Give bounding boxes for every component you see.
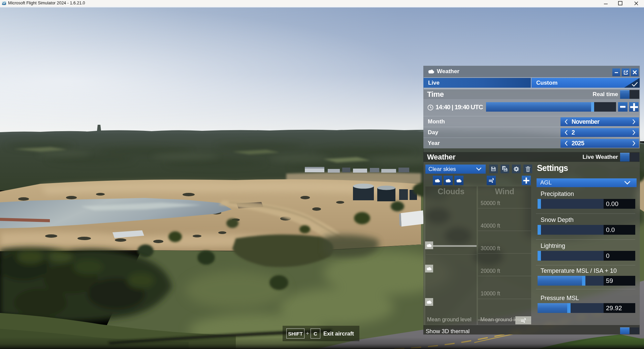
clouds-column-title: Clouds <box>425 187 477 196</box>
real-time-label: Real time <box>592 91 618 98</box>
weather-preset-row: Clear skies <box>423 165 640 174</box>
weather-preset-value: Clear skies <box>428 165 456 174</box>
slider-value-box: 0 <box>604 251 635 261</box>
snow-depth-value: 0.0 <box>606 225 615 235</box>
altitude-line <box>478 208 531 208</box>
add-wind-layer-button[interactable] <box>487 176 496 185</box>
save-icon <box>491 166 496 172</box>
tab-check-icon <box>631 82 638 87</box>
altitude-label-20000: 20000 ft <box>481 268 500 274</box>
pressure-slider[interactable]: 29.92 <box>538 303 635 313</box>
cloud-layer-2-knob[interactable] <box>425 265 433 272</box>
stepper-prev-icon[interactable] <box>565 130 568 135</box>
slider-thumb[interactable] <box>567 303 571 313</box>
month-label: Month <box>428 116 445 127</box>
stepper-next-icon[interactable] <box>632 119 636 124</box>
stepper-prev-icon[interactable] <box>565 119 568 124</box>
panel-close-button[interactable] <box>631 68 639 76</box>
panel-minimize-button[interactable] <box>612 68 620 76</box>
window-close-button[interactable] <box>631 0 641 6</box>
day-row: Day 2 <box>423 127 640 138</box>
slider-fill <box>538 303 567 313</box>
pressure-value: 29.92 <box>606 303 622 313</box>
stepper-prev-icon[interactable] <box>565 141 568 146</box>
altitude-line <box>478 253 531 254</box>
time-slider-fill <box>486 102 591 112</box>
wind-ground-marker[interactable] <box>515 316 531 324</box>
time-minus-button[interactable] <box>618 102 627 112</box>
slider-value-box: 0.00 <box>604 199 635 209</box>
month-stepper[interactable]: November <box>560 117 639 126</box>
tab-custom[interactable]: Custom <box>532 78 640 88</box>
reference-select[interactable]: AGL <box>537 178 637 187</box>
slider-thumb[interactable] <box>538 251 541 261</box>
window-maximize-button[interactable] <box>615 0 625 6</box>
clouds-grid-line <box>426 254 477 255</box>
year-label: Year <box>428 138 440 148</box>
panel-popout-icon <box>623 70 628 75</box>
precipitation-slider[interactable]: 0.00 <box>538 199 635 209</box>
minimize-icon <box>604 1 608 5</box>
delete-preset-button[interactable] <box>523 165 532 173</box>
slider-thumb[interactable] <box>538 225 541 235</box>
precipitation-value: 0.00 <box>606 199 618 209</box>
settings-separator <box>536 213 635 214</box>
settings-separator <box>536 289 635 289</box>
plus-icon <box>630 103 638 111</box>
show-3d-thermal-toggle[interactable] <box>620 327 639 334</box>
cloud-layer-icon <box>434 179 440 182</box>
plus-separator: + <box>306 330 309 337</box>
month-value: November <box>572 117 599 126</box>
snow-depth-slider[interactable]: 0.0 <box>538 225 635 235</box>
window-titlebar: Microsoft Flight Simulator 2024 - 1.6.21… <box>0 0 644 6</box>
time-plus-button[interactable] <box>629 102 639 112</box>
show-3d-thermal-toggle-knob <box>620 327 630 334</box>
slider-thumb[interactable] <box>582 276 585 286</box>
add-cloud-layer-3-button[interactable] <box>454 176 463 185</box>
time-section-body: 14:40 | 19:40 UTC Month November Day 2 <box>423 99 640 148</box>
copy-preset-button[interactable] <box>501 165 509 173</box>
altitude-line <box>478 276 531 276</box>
stepper-next-icon[interactable] <box>632 141 636 146</box>
cloud-layer-icon <box>456 179 462 182</box>
add-cloud-layer-1-button[interactable] <box>433 176 442 185</box>
wind-arrows-icon <box>520 318 526 323</box>
day-label: Day <box>428 127 438 138</box>
live-weather-toggle[interactable] <box>620 153 639 162</box>
cloud-layer-3-knob[interactable] <box>425 298 433 306</box>
settings-separator <box>536 265 635 265</box>
lightning-slider[interactable]: 0 <box>538 251 635 261</box>
stepper-next-icon[interactable] <box>632 130 636 135</box>
tab-live[interactable]: Live <box>423 78 531 88</box>
settings-separator <box>536 239 635 240</box>
add-cloud-layer-2-button[interactable] <box>444 176 453 185</box>
wind-icon <box>488 178 494 183</box>
window-minimize-button[interactable] <box>601 0 611 6</box>
altitude-line <box>478 231 531 231</box>
c-keycap: C <box>311 328 320 339</box>
panel-popout-button[interactable] <box>622 68 630 76</box>
slider-thumb[interactable] <box>538 199 541 209</box>
cloud-knob-icon <box>426 267 432 270</box>
real-time-toggle-knob <box>620 90 630 99</box>
time-slider-thumb[interactable] <box>591 102 594 112</box>
panel-header[interactable]: Weather <box>423 66 640 77</box>
year-stepper[interactable]: 2025 <box>560 139 639 148</box>
cloud-layer-1-knob[interactable] <box>425 241 433 249</box>
lightning-value: 0 <box>606 251 610 261</box>
day-stepper[interactable]: 2 <box>560 128 639 137</box>
preset-settings-button[interactable] <box>512 165 521 173</box>
weather-section-header: Weather Live Weather <box>423 152 640 162</box>
trash-icon <box>525 166 530 172</box>
month-row: Month November <box>423 116 640 127</box>
save-preset-button[interactable] <box>489 165 498 173</box>
cloud-knob-icon <box>426 300 432 304</box>
temperature-label: Temperature MSL / ISA + 10 <box>541 267 617 274</box>
time-slider[interactable] <box>486 102 616 112</box>
temperature-slider[interactable]: 59 <box>538 276 635 286</box>
weather-preset-select[interactable]: Clear skies <box>425 165 486 174</box>
precipitation-label: Precipitation <box>541 191 574 198</box>
add-layer-button[interactable] <box>522 176 531 185</box>
chevron-down-icon <box>624 181 631 185</box>
real-time-toggle[interactable] <box>620 90 639 99</box>
